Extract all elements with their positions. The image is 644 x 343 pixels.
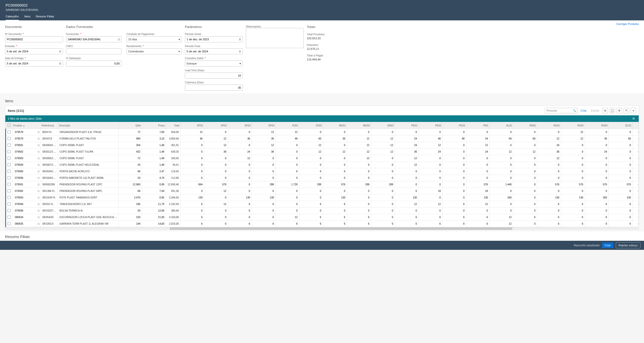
- branch-cell[interactable]: [490, 188, 513, 194]
- branch-cell[interactable]: [443, 155, 466, 162]
- cnpj-input[interactable]: [66, 48, 121, 54]
- branch-cell[interactable]: [228, 149, 252, 155]
- branch-cell[interactable]: [537, 188, 561, 194]
- branch-cell[interactable]: [323, 142, 347, 149]
- produto-cell[interactable]: ⊡: [12, 208, 41, 214]
- row-select[interactable]: [6, 129, 12, 135]
- branch-cell[interactable]: [466, 135, 490, 142]
- branch-cell[interactable]: [537, 168, 561, 175]
- branch-cell[interactable]: [204, 208, 228, 214]
- valuehelp-icon[interactable]: ⊡: [38, 222, 40, 225]
- num-doc-input[interactable]: [5, 36, 63, 42]
- branch-cell[interactable]: [585, 168, 609, 175]
- branch-cell[interactable]: [561, 175, 585, 181]
- branch-cell[interactable]: [252, 201, 276, 208]
- branch-cell[interactable]: [276, 142, 299, 149]
- produto-cell[interactable]: ⊡: [12, 194, 41, 201]
- branch-cell[interactable]: [609, 221, 633, 227]
- col-PE03[interactable]: PE03: [443, 122, 466, 129]
- branch-cell[interactable]: [252, 162, 276, 168]
- produto-cell[interactable]: ⊡: [12, 214, 41, 221]
- valuehelp-icon[interactable]: ⊡: [38, 163, 40, 166]
- produto-input[interactable]: [13, 156, 38, 161]
- row-select[interactable]: [6, 175, 12, 181]
- branch-cell[interactable]: [371, 194, 395, 201]
- branch-cell[interactable]: [204, 142, 228, 149]
- branch-cell[interactable]: [466, 208, 490, 214]
- produto-input[interactable]: [13, 189, 38, 193]
- branch-cell[interactable]: [252, 214, 276, 221]
- col-RS02[interactable]: RS02: [561, 122, 585, 129]
- branch-cell[interactable]: [347, 208, 371, 214]
- branch-cell[interactable]: [276, 208, 299, 214]
- settings-icon[interactable]: ⚙: [617, 108, 622, 113]
- branch-cell[interactable]: [513, 155, 537, 162]
- preco-cell[interactable]: [142, 214, 166, 221]
- branch-cell[interactable]: [371, 129, 395, 135]
- qtde-cell[interactable]: [118, 162, 142, 168]
- branch-cell[interactable]: [466, 162, 490, 168]
- branch-cell[interactable]: [609, 208, 633, 214]
- branch-cell[interactable]: [490, 162, 513, 168]
- preco-cell[interactable]: [142, 175, 166, 181]
- branch-cell[interactable]: [347, 201, 371, 208]
- branch-cell[interactable]: [347, 162, 371, 168]
- branch-cell[interactable]: [323, 162, 347, 168]
- branch-cell[interactable]: [276, 188, 299, 194]
- branch-cell[interactable]: [228, 168, 252, 175]
- col-SP04[interactable]: SP04: [252, 122, 276, 129]
- branch-cell[interactable]: [537, 214, 561, 221]
- row-nav[interactable]: ›: [633, 168, 639, 175]
- branch-cell[interactable]: [204, 188, 228, 194]
- branch-cell[interactable]: [513, 194, 537, 201]
- branch-cell[interactable]: [299, 221, 323, 227]
- branch-cell[interactable]: [537, 155, 561, 162]
- branch-cell[interactable]: [204, 135, 228, 142]
- row-nav[interactable]: ›: [633, 201, 639, 208]
- preco-cell[interactable]: [142, 188, 166, 194]
- produto-cell[interactable]: ⊡: [12, 168, 41, 175]
- qtde-cell[interactable]: [118, 168, 142, 175]
- branch-cell[interactable]: [228, 162, 252, 168]
- search-input[interactable]: [545, 108, 578, 113]
- branch-cell[interactable]: [585, 208, 609, 214]
- branch-cell[interactable]: [228, 129, 252, 135]
- branch-cell[interactable]: [513, 129, 537, 135]
- branch-cell[interactable]: [323, 175, 347, 181]
- branch-cell[interactable]: [419, 175, 442, 181]
- branch-cell[interactable]: [419, 181, 442, 188]
- branch-cell[interactable]: [299, 168, 323, 175]
- branch-cell[interactable]: [395, 168, 419, 175]
- preco-cell[interactable]: [142, 135, 166, 142]
- branch-cell[interactable]: [443, 208, 466, 214]
- branch-cell[interactable]: [609, 188, 633, 194]
- branch-cell[interactable]: [299, 129, 323, 135]
- row-select[interactable]: [6, 221, 12, 227]
- col-BA02[interactable]: BA02: [371, 122, 395, 129]
- row-select[interactable]: [6, 142, 12, 149]
- pi-input[interactable]: [185, 36, 243, 42]
- branch-cell[interactable]: [561, 181, 585, 188]
- valuehelp-icon[interactable]: ⊡: [38, 209, 40, 212]
- branch-cell[interactable]: [466, 129, 490, 135]
- branch-cell[interactable]: [490, 149, 513, 155]
- branch-cell[interactable]: [490, 142, 513, 149]
- valuehelp-icon[interactable]: ⊡: [38, 137, 40, 140]
- branch-cell[interactable]: [419, 214, 442, 221]
- branch-cell[interactable]: [513, 162, 537, 168]
- branch-cell[interactable]: [395, 208, 419, 214]
- branch-cell[interactable]: [371, 181, 395, 188]
- row-select[interactable]: [6, 188, 12, 194]
- branch-cell[interactable]: [180, 129, 204, 135]
- branch-cell[interactable]: [443, 135, 466, 142]
- branch-cell[interactable]: [537, 201, 561, 208]
- qtde-cell[interactable]: [118, 155, 142, 162]
- branch-cell[interactable]: [419, 155, 442, 162]
- row-select[interactable]: [6, 201, 12, 208]
- branch-cell[interactable]: [585, 142, 609, 149]
- branch-cell[interactable]: [323, 129, 347, 135]
- produto-input[interactable]: [13, 215, 38, 220]
- col-RJ01[interactable]: RJ01: [276, 122, 299, 129]
- preco-cell[interactable]: [142, 155, 166, 162]
- branch-cell[interactable]: [204, 175, 228, 181]
